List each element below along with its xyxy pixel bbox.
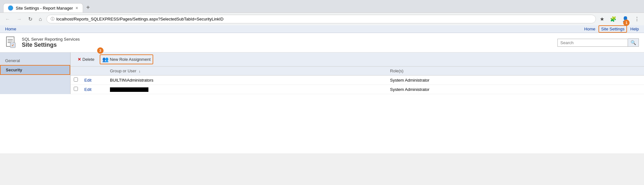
nav-site-settings-link[interactable]: Site Settings	[598, 25, 627, 33]
edit-link-2[interactable]: Edit	[84, 87, 91, 92]
extensions-button[interactable]: 🧩	[609, 15, 618, 23]
page-title: Site Settings	[22, 42, 80, 48]
group-user-cell-1: BUILTIN\Administrators	[107, 76, 387, 85]
bookmark-button[interactable]: ★	[598, 15, 606, 23]
content-area: ✕ Delete 3 👥 New Role Assignment	[71, 52, 644, 94]
svg-text:✔: ✔	[12, 44, 14, 47]
nav-home-right-link[interactable]: Home	[584, 27, 596, 31]
top-nav: Home Home 1 Site Settings Help	[0, 25, 644, 33]
new-tab-button[interactable]: +	[83, 3, 93, 12]
nav-help-link[interactable]: Help	[630, 27, 639, 31]
tab-favicon: 🌐	[8, 5, 13, 11]
col-group-user-label: Group or User	[110, 68, 136, 73]
search-button[interactable]: 🔍	[628, 38, 639, 47]
browser-tab-active[interactable]: 🌐 Site Settings - Report Manager ×	[3, 3, 83, 12]
tab-title: Site Settings - Report Manager	[16, 6, 73, 11]
url-input[interactable]	[56, 17, 592, 21]
back-button[interactable]: ←	[3, 15, 12, 23]
sidebar-section-general: General	[0, 56, 70, 65]
col-edit-header	[81, 67, 107, 76]
search-box: 🔍	[557, 38, 639, 47]
roles-cell-2: System Administrator	[387, 85, 644, 94]
row-checkbox-1[interactable]	[74, 77, 78, 82]
forward-button[interactable]: →	[15, 15, 24, 23]
col-roles-label: Role(s)	[390, 68, 404, 73]
delete-button[interactable]: ✕ Delete	[76, 56, 96, 63]
browser-chrome: 🌐 Site Settings - Report Manager × +	[0, 0, 644, 12]
users-icon: 👥	[102, 56, 109, 62]
top-nav-left: Home	[5, 27, 16, 31]
table-row: Edit System Administrator	[71, 85, 644, 94]
edit-link-1[interactable]: Edit	[84, 78, 91, 83]
close-tab-button[interactable]: ×	[75, 5, 78, 11]
page-header-icon: ✔	[5, 36, 18, 49]
browser-toolbar-right: ★ 🧩 👤 ⋮	[598, 15, 641, 23]
new-role-btn-wrapper: 3 👥 New Role Assignment	[100, 54, 153, 64]
sidebar: General 2 Security	[0, 52, 71, 94]
new-role-label: New Role Assignment	[110, 57, 151, 62]
sort-arrow-icon: ↓	[139, 69, 141, 73]
col-roles: Role(s)	[387, 67, 644, 76]
col-checkbox	[71, 67, 81, 76]
page-wrapper: Home Home 1 Site Settings Help ✔ SQL S	[0, 25, 644, 153]
sidebar-item-security[interactable]: Security	[0, 65, 70, 75]
table-row: Edit BUILTIN\Administrators System Admin…	[71, 76, 644, 85]
redacted-username	[110, 87, 148, 92]
col-group-user[interactable]: Group or User ↓	[107, 67, 387, 76]
menu-button[interactable]: ⋮	[633, 15, 641, 23]
sidebar-security-wrapper: 2 Security	[0, 65, 70, 75]
address-bar: ⓘ	[46, 15, 596, 23]
main-layout: General 2 Security ✕ Delete 3 👥 New Role…	[0, 52, 644, 94]
top-nav-right: Home 1 Site Settings Help	[584, 27, 639, 31]
browser-tabs: 🌐 Site Settings - Report Manager × +	[3, 3, 641, 12]
lock-icon: ⓘ	[51, 16, 54, 22]
settings-icon: ✔	[6, 36, 17, 49]
refresh-button[interactable]: ↻	[26, 15, 34, 23]
group-user-cell-2	[107, 85, 387, 94]
delete-icon: ✕	[78, 57, 81, 62]
table-body: Edit BUILTIN\Administrators System Admin…	[71, 76, 644, 94]
new-role-assignment-button[interactable]: 👥 New Role Assignment	[100, 54, 153, 64]
home-button[interactable]: ⌂	[37, 15, 44, 23]
content-toolbar: ✕ Delete 3 👥 New Role Assignment	[71, 52, 644, 67]
row-checkbox-2[interactable]	[74, 87, 78, 91]
table-header: Group or User ↓ Role(s)	[71, 67, 644, 76]
page-header: ✔ SQL Server Reporting Services Site Set…	[0, 33, 644, 52]
page-header-text: SQL Server Reporting Services Site Setti…	[22, 37, 80, 48]
site-settings-nav-wrapper: 1 Site Settings	[598, 27, 627, 31]
delete-label: Delete	[82, 57, 95, 62]
nav-home-link[interactable]: Home	[5, 27, 16, 31]
roles-cell-1: System Administrator	[387, 76, 644, 85]
app-name: SQL Server Reporting Services	[22, 37, 80, 42]
data-table: Group or User ↓ Role(s) Edit BUILTIN\Adm…	[71, 67, 644, 94]
annotation-badge-3: 3	[97, 47, 104, 54]
browser-toolbar: ← → ↻ ⌂ ⓘ ★ 🧩 👤 ⋮	[0, 12, 644, 25]
search-input[interactable]	[557, 39, 628, 47]
